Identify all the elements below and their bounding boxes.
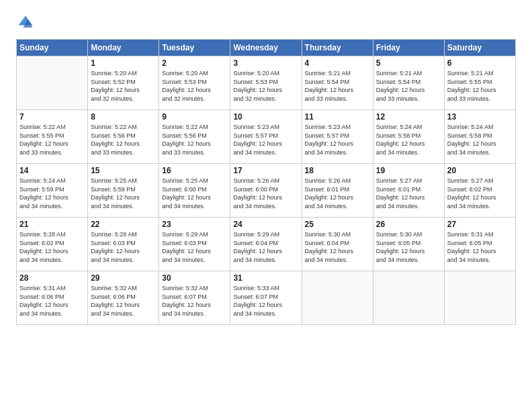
day-info: Sunrise: 5:29 AM Sunset: 6:04 PM Dayligh…	[233, 230, 298, 264]
day-info: Sunrise: 5:26 AM Sunset: 6:01 PM Dayligh…	[305, 177, 370, 210]
day-info: Sunrise: 5:20 AM Sunset: 5:52 PM Dayligh…	[91, 69, 156, 103]
day-number: 3	[233, 58, 298, 68]
day-number: 25	[305, 220, 370, 229]
day-info: Sunrise: 5:30 AM Sunset: 6:04 PM Dayligh…	[305, 230, 370, 264]
day-cell: 29Sunrise: 5:32 AM Sunset: 6:06 PM Dayli…	[88, 271, 159, 325]
day-cell: 28Sunrise: 5:31 AM Sunset: 6:06 PM Dayli…	[17, 271, 88, 325]
day-cell: 22Sunrise: 5:28 AM Sunset: 6:03 PM Dayli…	[88, 218, 159, 271]
day-number: 29	[91, 273, 156, 283]
day-cell: 6Sunrise: 5:21 AM Sunset: 5:55 PM Daylig…	[444, 56, 515, 110]
calendar-header: SundayMondayTuesdayWednesdayThursdayFrid…	[17, 40, 516, 56]
day-number: 17	[233, 166, 298, 175]
day-cell	[17, 56, 88, 110]
day-cell: 30Sunrise: 5:32 AM Sunset: 6:07 PM Dayli…	[159, 271, 230, 325]
day-cell: 23Sunrise: 5:29 AM Sunset: 6:03 PM Dayli…	[159, 218, 230, 271]
day-info: Sunrise: 5:22 AM Sunset: 5:56 PM Dayligh…	[162, 123, 227, 156]
day-header-wednesday: Wednesday	[230, 40, 302, 56]
day-number: 16	[162, 166, 227, 175]
day-number: 13	[447, 112, 513, 122]
day-cell: 3Sunrise: 5:20 AM Sunset: 5:53 PM Daylig…	[230, 56, 302, 110]
day-info: Sunrise: 5:24 AM Sunset: 5:59 PM Dayligh…	[19, 177, 85, 210]
day-cell: 5Sunrise: 5:21 AM Sunset: 5:54 PM Daylig…	[373, 56, 444, 110]
day-header-saturday: Saturday	[444, 40, 515, 56]
day-cell: 10Sunrise: 5:23 AM Sunset: 5:57 PM Dayli…	[230, 110, 302, 164]
day-cell: 26Sunrise: 5:30 AM Sunset: 6:05 PM Dayli…	[373, 218, 444, 271]
day-number: 15	[91, 166, 156, 175]
day-info: Sunrise: 5:22 AM Sunset: 5:56 PM Dayligh…	[91, 123, 156, 156]
day-info: Sunrise: 5:23 AM Sunset: 5:57 PM Dayligh…	[305, 123, 370, 156]
day-cell: 20Sunrise: 5:27 AM Sunset: 6:02 PM Dayli…	[444, 164, 515, 218]
day-header-thursday: Thursday	[302, 40, 373, 56]
day-info: Sunrise: 5:20 AM Sunset: 5:53 PM Dayligh…	[233, 69, 298, 103]
day-number: 4	[305, 58, 370, 68]
day-info: Sunrise: 5:21 AM Sunset: 5:54 PM Dayligh…	[376, 69, 441, 103]
day-info: Sunrise: 5:21 AM Sunset: 5:55 PM Dayligh…	[447, 69, 513, 103]
day-cell: 18Sunrise: 5:26 AM Sunset: 6:01 PM Dayli…	[302, 164, 373, 218]
calendar-body: 1Sunrise: 5:20 AM Sunset: 5:52 PM Daylig…	[17, 56, 516, 325]
day-info: Sunrise: 5:31 AM Sunset: 6:06 PM Dayligh…	[19, 284, 85, 318]
day-cell: 4Sunrise: 5:21 AM Sunset: 5:54 PM Daylig…	[302, 56, 373, 110]
day-info: Sunrise: 5:32 AM Sunset: 6:06 PM Dayligh…	[91, 284, 156, 318]
day-cell: 1Sunrise: 5:20 AM Sunset: 5:52 PM Daylig…	[88, 56, 159, 110]
day-cell	[302, 271, 373, 325]
logo	[16, 13, 39, 32]
day-cell: 21Sunrise: 5:28 AM Sunset: 6:02 PM Dayli…	[17, 218, 88, 271]
day-number: 24	[233, 220, 298, 229]
day-info: Sunrise: 5:20 AM Sunset: 5:53 PM Dayligh…	[162, 69, 227, 103]
day-info: Sunrise: 5:24 AM Sunset: 5:58 PM Dayligh…	[447, 123, 513, 156]
logo-icon	[16, 13, 35, 32]
day-info: Sunrise: 5:24 AM Sunset: 5:58 PM Dayligh…	[376, 123, 441, 156]
day-info: Sunrise: 5:32 AM Sunset: 6:07 PM Dayligh…	[162, 284, 227, 318]
day-cell: 24Sunrise: 5:29 AM Sunset: 6:04 PM Dayli…	[230, 218, 302, 271]
day-number: 20	[447, 166, 513, 175]
week-row-1: 1Sunrise: 5:20 AM Sunset: 5:52 PM Daylig…	[17, 56, 516, 110]
week-row-3: 14Sunrise: 5:24 AM Sunset: 5:59 PM Dayli…	[17, 164, 516, 218]
day-cell: 15Sunrise: 5:25 AM Sunset: 5:59 PM Dayli…	[88, 164, 159, 218]
day-cell: 25Sunrise: 5:30 AM Sunset: 6:04 PM Dayli…	[302, 218, 373, 271]
day-cell: 12Sunrise: 5:24 AM Sunset: 5:58 PM Dayli…	[373, 110, 444, 164]
day-number: 27	[447, 220, 513, 229]
day-info: Sunrise: 5:30 AM Sunset: 6:05 PM Dayligh…	[376, 230, 441, 264]
day-number: 2	[162, 58, 227, 68]
day-number: 18	[305, 166, 370, 175]
day-cell: 17Sunrise: 5:26 AM Sunset: 6:00 PM Dayli…	[230, 164, 302, 218]
day-number: 21	[19, 220, 85, 229]
day-cell: 9Sunrise: 5:22 AM Sunset: 5:56 PM Daylig…	[159, 110, 230, 164]
day-number: 12	[376, 112, 441, 122]
day-info: Sunrise: 5:28 AM Sunset: 6:03 PM Dayligh…	[91, 230, 156, 264]
day-cell: 27Sunrise: 5:31 AM Sunset: 6:05 PM Dayli…	[444, 218, 515, 271]
day-info: Sunrise: 5:23 AM Sunset: 5:57 PM Dayligh…	[233, 123, 298, 156]
day-info: Sunrise: 5:31 AM Sunset: 6:05 PM Dayligh…	[447, 230, 513, 264]
day-number: 9	[162, 112, 227, 122]
day-number: 23	[162, 220, 227, 229]
day-number: 5	[376, 58, 441, 68]
day-cell: 14Sunrise: 5:24 AM Sunset: 5:59 PM Dayli…	[17, 164, 88, 218]
day-number: 30	[162, 273, 227, 283]
day-info: Sunrise: 5:29 AM Sunset: 6:03 PM Dayligh…	[162, 230, 227, 264]
day-cell: 16Sunrise: 5:25 AM Sunset: 6:00 PM Dayli…	[159, 164, 230, 218]
week-row-5: 28Sunrise: 5:31 AM Sunset: 6:06 PM Dayli…	[17, 271, 516, 325]
day-number: 14	[19, 166, 85, 175]
day-number: 26	[376, 220, 441, 229]
day-cell	[373, 271, 444, 325]
header	[16, 13, 516, 32]
day-cell: 31Sunrise: 5:33 AM Sunset: 6:07 PM Dayli…	[230, 271, 302, 325]
calendar-table: SundayMondayTuesdayWednesdayThursdayFrid…	[16, 39, 516, 325]
day-info: Sunrise: 5:25 AM Sunset: 5:59 PM Dayligh…	[91, 177, 156, 210]
day-cell	[444, 271, 515, 325]
day-info: Sunrise: 5:25 AM Sunset: 6:00 PM Dayligh…	[162, 177, 227, 210]
day-header-friday: Friday	[373, 40, 444, 56]
day-number: 19	[376, 166, 441, 175]
day-cell: 2Sunrise: 5:20 AM Sunset: 5:53 PM Daylig…	[159, 56, 230, 110]
day-number: 6	[447, 58, 513, 68]
day-info: Sunrise: 5:22 AM Sunset: 5:55 PM Dayligh…	[19, 123, 85, 156]
day-info: Sunrise: 5:21 AM Sunset: 5:54 PM Dayligh…	[305, 69, 370, 103]
header-row: SundayMondayTuesdayWednesdayThursdayFrid…	[17, 40, 516, 56]
day-number: 1	[91, 58, 156, 68]
day-cell: 11Sunrise: 5:23 AM Sunset: 5:57 PM Dayli…	[302, 110, 373, 164]
day-number: 22	[91, 220, 156, 229]
day-cell: 13Sunrise: 5:24 AM Sunset: 5:58 PM Dayli…	[444, 110, 515, 164]
week-row-4: 21Sunrise: 5:28 AM Sunset: 6:02 PM Dayli…	[17, 218, 516, 271]
day-number: 31	[233, 273, 298, 283]
day-cell: 8Sunrise: 5:22 AM Sunset: 5:56 PM Daylig…	[88, 110, 159, 164]
